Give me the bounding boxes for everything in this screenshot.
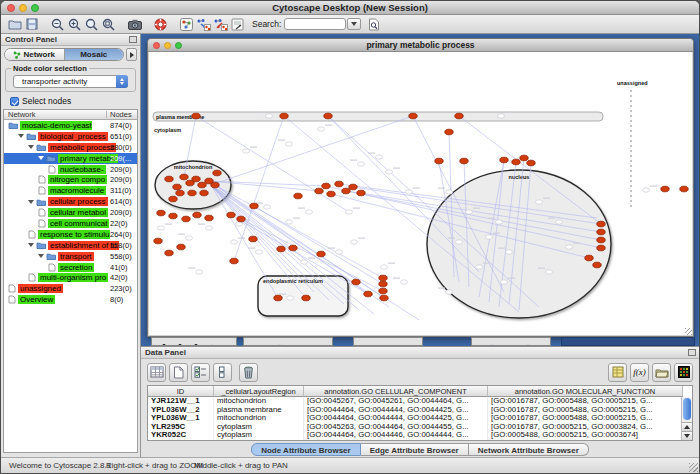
network-node-small[interactable]: [536, 200, 543, 204]
network-node[interactable]: [200, 190, 208, 196]
network-node-small[interactable]: [446, 190, 453, 194]
tree-row[interactable]: cellular metabol209(0): [4, 207, 137, 218]
tree-row[interactable]: metabolic process280(0): [4, 142, 137, 153]
network-node[interactable]: [327, 191, 335, 197]
expander-icon[interactable]: [18, 134, 24, 138]
tab-network[interactable]: Network: [5, 49, 65, 60]
formula-builder-button[interactable]: f(x): [630, 363, 649, 382]
network-node[interactable]: [227, 212, 235, 218]
table-cell[interactable]: YDR039C__1: [148, 440, 214, 441]
network-node-small[interactable]: [186, 236, 193, 240]
column-header[interactable]: annotation.GO CELLULAR_COMPONENT: [304, 386, 488, 397]
network-canvas[interactable]: plasma membranecytoplasmmitochondrionnuc…: [149, 52, 692, 335]
zoom-out-button[interactable]: [49, 16, 66, 32]
network-node-small[interactable]: [286, 142, 293, 146]
network-node-small[interactable]: [401, 280, 408, 284]
network-view-titlebar[interactable]: primary metabolic process: [148, 39, 693, 52]
table-cell[interactable]: YKR052C: [148, 431, 214, 440]
network-node[interactable]: [188, 190, 196, 196]
expander-icon[interactable]: [28, 200, 34, 204]
open-button[interactable]: [6, 16, 23, 32]
help-button[interactable]: [152, 16, 169, 32]
network-node[interactable]: [317, 251, 325, 257]
network-edge[interactable]: [211, 185, 314, 292]
network-node[interactable]: [527, 160, 535, 166]
network-node-small[interactable]: [556, 220, 563, 224]
tree-row[interactable]: mosaic-demo-yeast874(0): [4, 120, 137, 131]
table-cell[interactable]: [GO:0044464, GO:0044446, GO:0044444, G..…: [304, 431, 488, 440]
zoom-button[interactable]: [31, 4, 39, 12]
network-node-small[interactable]: [243, 149, 250, 153]
network-node[interactable]: [182, 216, 190, 222]
tree-column-network[interactable]: Network: [8, 110, 36, 120]
minimize-button[interactable]: [19, 4, 27, 12]
expander-icon[interactable]: [38, 254, 44, 258]
network-node-small[interactable]: [231, 240, 238, 244]
network-view-frame[interactable]: primary metabolic process plasma membran…: [147, 38, 694, 337]
float-panel-icon[interactable]: [688, 349, 696, 356]
table-cell[interactable]: mitochondrion: [214, 414, 304, 423]
network-node-small[interactable]: [498, 114, 505, 118]
network-node[interactable]: [213, 170, 221, 176]
network-node-small[interactable]: [306, 210, 313, 214]
network-node-small[interactable]: [446, 290, 453, 294]
network-node[interactable]: [193, 212, 201, 218]
tree-row[interactable]: transport558(0): [4, 251, 137, 262]
network-node[interactable]: [289, 245, 297, 251]
network-node[interactable]: [165, 250, 173, 256]
table-cell[interactable]: [GO:0016787, GO:0005488, GO:0005215, G..…: [488, 440, 683, 441]
network-node[interactable]: [455, 113, 463, 119]
network-node[interactable]: [192, 176, 200, 182]
tree-row[interactable]: nucleobase-209(0): [4, 164, 137, 175]
network-node[interactable]: [661, 186, 669, 192]
tab-network-attribute-browser[interactable]: Network Attribute Browser: [469, 443, 589, 456]
network-node[interactable]: [324, 113, 332, 119]
network-edge[interactable]: [211, 185, 278, 298]
network-node[interactable]: [349, 184, 357, 190]
create-attribute-button[interactable]: [169, 363, 188, 382]
vizmapper-button[interactable]: [178, 16, 195, 32]
network-node[interactable]: [364, 291, 372, 297]
scroll-up-button[interactable]: [682, 422, 692, 431]
network-node-small[interactable]: [287, 296, 294, 300]
network-canvas-area[interactable]: plasma membranecytoplasmmitochondrionnuc…: [149, 52, 692, 335]
network-node[interactable]: [302, 295, 310, 301]
network-node-small[interactable]: [466, 210, 473, 214]
destroy-network-view-button[interactable]: [212, 16, 229, 32]
tree-row[interactable]: biological_process651(0): [4, 131, 137, 142]
network-node[interactable]: [593, 262, 601, 268]
float-panel-icon[interactable]: [129, 36, 137, 43]
network-node[interactable]: [169, 213, 177, 219]
network-node-small[interactable]: [358, 162, 365, 166]
network-node-small[interactable]: [346, 210, 353, 214]
tab-edge-attribute-browser[interactable]: Edge Attribute Browser: [361, 443, 469, 456]
network-node[interactable]: [460, 158, 468, 164]
background-window-sliver[interactable]: [471, 337, 551, 346]
column-header[interactable]: _cellularLayoutRegion: [214, 386, 304, 397]
network-node[interactable]: [274, 295, 282, 301]
network-node[interactable]: [380, 295, 388, 301]
network-node[interactable]: [322, 183, 330, 189]
network-node-small[interactable]: [376, 155, 383, 159]
tree-row[interactable]: multi-organism pro42(0): [4, 272, 137, 283]
network-node[interactable]: [379, 288, 387, 294]
network-node[interactable]: [237, 216, 245, 222]
network-node-small[interactable]: [264, 205, 271, 209]
search-dropdown-button[interactable]: [347, 18, 361, 30]
import-attributes-button[interactable]: [608, 363, 627, 382]
save-button[interactable]: [23, 16, 40, 32]
network-node[interactable]: [250, 203, 258, 209]
table-cell[interactable]: YLR295C: [148, 423, 214, 432]
network-node[interactable]: [435, 158, 443, 164]
network-node[interactable]: [520, 155, 528, 161]
network-node-small[interactable]: [566, 245, 573, 249]
table-cell[interactable]: plasma membrane: [214, 406, 304, 415]
window-titlebar[interactable]: Cytoscape Desktop (New Session): [1, 1, 699, 15]
annotation-tool-button[interactable]: [229, 16, 246, 32]
tree-row[interactable]: nitrogen compo209(0): [4, 174, 137, 185]
tree-column-nodes[interactable]: Nodes: [110, 110, 132, 120]
node-color-select[interactable]: transporter activity: [13, 75, 128, 88]
network-node[interactable]: [211, 182, 219, 188]
frame-zoom-button[interactable]: [175, 42, 182, 49]
network-node-small[interactable]: [486, 235, 493, 239]
